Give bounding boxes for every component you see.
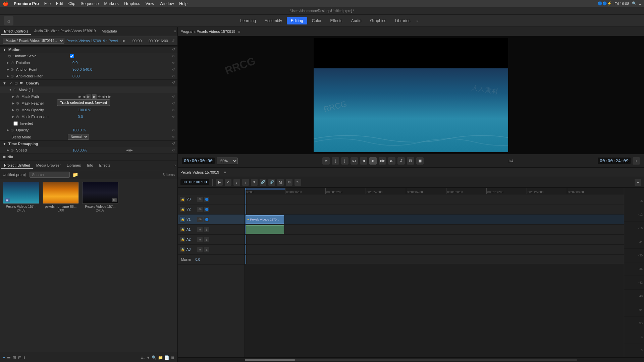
mask-crosshair-icon[interactable]: ✛ xyxy=(98,95,101,99)
new-bin-btn[interactable]: 📁 xyxy=(158,355,163,360)
more-tabs-icon[interactable]: » xyxy=(417,19,419,23)
play-in-to-out-icon[interactable]: ▶ xyxy=(123,39,125,43)
tab-learning[interactable]: Learning xyxy=(236,17,260,24)
mask-keyframe-nav-right[interactable]: ▶ xyxy=(108,95,111,99)
rotation-stopwatch[interactable]: ◷ xyxy=(11,61,15,65)
timeline-playhead[interactable] xyxy=(246,188,246,194)
track-v3-lock-icon[interactable]: 🔒 xyxy=(180,197,185,202)
menu-window[interactable]: Window xyxy=(160,1,174,6)
tl-insert-btn[interactable]: ↙ xyxy=(225,179,231,186)
tab-media-browser[interactable]: Media Browser xyxy=(34,162,63,169)
sort-icon[interactable]: ≡↓ xyxy=(141,355,145,360)
speed-value[interactable]: 100.00% xyxy=(72,148,87,152)
go-next-keyframe-btn[interactable]: ⏭ xyxy=(388,157,395,165)
anchor-value-y[interactable]: 540.0 xyxy=(83,67,93,71)
antiflicker-value[interactable]: 0.00 xyxy=(72,74,79,78)
mask-path-reset[interactable]: ↺ xyxy=(172,95,175,99)
tab-audio[interactable]: Audio xyxy=(347,17,366,24)
volume-section-header[interactable]: fx Volume ↺ xyxy=(0,160,177,161)
anchor-value-x[interactable]: 960.0 xyxy=(72,67,82,71)
mark-out-btn[interactable]: } xyxy=(341,157,348,165)
tab-editing[interactable]: Editing xyxy=(287,17,307,24)
speed-reset[interactable]: ↺ xyxy=(172,148,175,152)
antiflicker-reset[interactable]: ↺ xyxy=(172,74,175,78)
opacity-reset[interactable]: ↺ xyxy=(172,128,175,132)
inverted-checkbox[interactable] xyxy=(13,121,18,126)
speed-kf-right[interactable]: ▶ xyxy=(130,148,133,152)
rect-tool-icon[interactable]: □ xyxy=(15,81,17,85)
time-remapping-header[interactable]: ▼ Time Remapping ↺ xyxy=(0,140,177,147)
antiflicker-stopwatch[interactable]: ◷ xyxy=(11,74,15,78)
play-btn[interactable]: ▶ xyxy=(369,157,377,165)
menu-help[interactable]: Help xyxy=(179,1,187,6)
project-search-input[interactable] xyxy=(30,172,70,178)
mask-expansion-value[interactable]: 0.0 xyxy=(78,115,83,119)
delete-btn[interactable]: 🗑 xyxy=(171,355,175,360)
opacity-section-header[interactable]: ▼ ○ □ ✏ Opacity ↺ xyxy=(0,79,177,86)
mask-step-fwd-icon[interactable]: ▶ xyxy=(92,94,97,99)
menu-markers[interactable]: Markers xyxy=(104,1,118,6)
tab-audio-clip-mixer[interactable]: Audio Clip Mixer: Pexels Videos 1570919 xyxy=(32,28,98,35)
mask-toggle[interactable]: ▼ xyxy=(8,87,13,92)
tab-color[interactable]: Color xyxy=(308,17,326,24)
anchor-toggle[interactable]: ▶ xyxy=(5,67,10,72)
new-bin-icon[interactable]: 📁 xyxy=(72,172,78,177)
pen-tool-icon[interactable]: ✏ xyxy=(20,81,23,85)
output-btn[interactable]: ▣ xyxy=(416,157,424,165)
track-v2-mute-icon[interactable]: 🔵 xyxy=(204,207,209,212)
tab-info[interactable]: Info xyxy=(84,162,96,169)
menu-edit[interactable]: Edit xyxy=(56,1,63,6)
tab-project[interactable]: Project: Untitled xyxy=(1,162,33,169)
menu-clip[interactable]: Clip xyxy=(68,1,75,6)
mask-opacity-stopwatch[interactable]: ◷ xyxy=(16,108,20,112)
tl-overwrite-btn[interactable]: ↓ xyxy=(233,179,240,186)
media-item-2[interactable]: pexels-no-name-66... 5:00 xyxy=(42,182,79,212)
track-a2-lock-icon[interactable]: 🔒 xyxy=(180,237,185,242)
mask-opacity-toggle[interactable]: ▶ xyxy=(11,108,15,112)
ellipse-tool-icon[interactable]: ○ xyxy=(10,81,12,85)
tab-effects[interactable]: Effects xyxy=(97,162,113,169)
mask-play-icon[interactable]: ▶ xyxy=(86,94,91,99)
menu-sequence[interactable]: Sequence xyxy=(80,1,99,6)
tl-snap-icon[interactable]: 🔗 xyxy=(260,179,266,186)
mask-feather-toggle[interactable]: ▶ xyxy=(11,101,15,106)
tl-add-track-btn[interactable]: + xyxy=(635,179,641,186)
blend-mode-select[interactable]: Normal xyxy=(68,134,89,140)
step-fwd-btn[interactable]: ▶▶ xyxy=(379,157,386,165)
tab-assembly[interactable]: Assembly xyxy=(261,17,286,24)
track-a1-m-btn[interactable]: M xyxy=(197,227,203,232)
motion-section-header[interactable]: ▼ Motion ↺ xyxy=(0,46,177,53)
new-item-btn[interactable]: 📄 xyxy=(164,355,169,360)
go-prev-keyframe-btn[interactable]: ⏮ xyxy=(351,157,358,165)
uniform-scale-checkbox[interactable] xyxy=(70,54,74,58)
find-icon[interactable]: 🔍 xyxy=(152,355,157,360)
panel-close-icon[interactable]: ≡ xyxy=(174,29,176,33)
track-v3-mute-icon[interactable]: 🔵 xyxy=(204,197,209,202)
list-icon[interactable]: ≡ xyxy=(639,2,641,6)
timeline-scroll[interactable] xyxy=(178,357,644,362)
mask-feather-reset[interactable]: ↺ xyxy=(172,102,175,105)
track-v2-eye-icon[interactable]: 👁 xyxy=(197,207,203,212)
tl-lift-btn[interactable]: ↑ xyxy=(242,179,249,186)
tl-play-btn[interactable]: ▶ xyxy=(216,179,223,186)
master-clip-select[interactable]: Master * Pexels Videos 1570919... xyxy=(3,38,64,44)
tl-extract-btn[interactable]: ⬆ xyxy=(251,179,258,186)
antiflicker-toggle[interactable]: ▶ xyxy=(5,74,10,78)
audio-clip-1[interactable] xyxy=(246,225,284,234)
track-a3-m-btn[interactable]: M xyxy=(197,247,203,252)
speed-kf-left[interactable]: ◀ xyxy=(126,148,128,152)
search-icon[interactable]: 🔍 xyxy=(632,1,637,6)
tab-effects[interactable]: Effects xyxy=(326,17,346,24)
tab-libraries[interactable]: Libraries xyxy=(64,162,84,169)
reset-all-icon[interactable]: ↺ xyxy=(171,39,175,43)
uniform-scale-reset[interactable]: ↺ xyxy=(172,54,175,58)
mark-in-btn[interactable]: { xyxy=(332,157,339,165)
menu-view[interactable]: View xyxy=(146,1,154,6)
freeform-view-icon[interactable]: ⊟ xyxy=(18,355,21,360)
timeline-settings-icon[interactable]: ≡ xyxy=(224,170,226,174)
tl-link-icon[interactable]: 🔗 xyxy=(268,179,275,186)
track-a3-lock-icon[interactable]: 🔒 xyxy=(180,247,185,252)
anchor-reset[interactable]: ↺ xyxy=(172,68,175,71)
mask-feather-stopwatch[interactable]: ◷ xyxy=(16,101,20,105)
media-item-1[interactable]: ▣ Pexels Videos 157... 24:09 xyxy=(3,182,40,212)
